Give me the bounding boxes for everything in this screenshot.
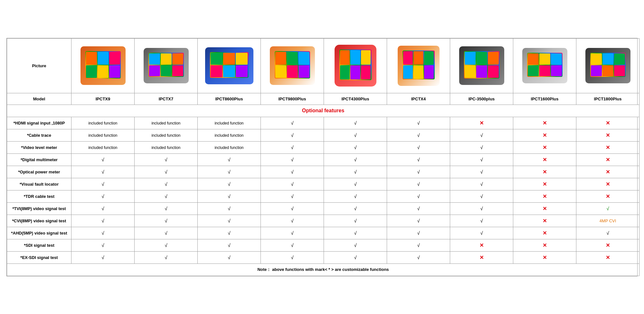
- cell-dmulti-ipct8600: √: [198, 153, 261, 166]
- tile: [149, 53, 160, 65]
- feature-label-tvi: *TVI(8MP) video signal test: [7, 202, 71, 215]
- cell-exsdi-ipct4300: √: [324, 251, 387, 263]
- model-header: Model: [7, 93, 71, 105]
- cell-value: included function: [88, 133, 117, 138]
- device-screen-ipct1800: [590, 53, 626, 77]
- cell-exsdi-ipc3500: ✕: [450, 251, 513, 263]
- cell-cable-ipctx9: included function: [71, 129, 135, 141]
- model-name-ipctx7: IPCTX7: [159, 97, 174, 101]
- cell-vfault-ipctx4: √: [387, 178, 450, 190]
- cell-value: √: [354, 120, 356, 126]
- cell-vlevel-ipctx9: included function: [71, 141, 135, 153]
- cell-hdmi-ipct1600: ✕: [513, 117, 576, 129]
- tile: [287, 65, 298, 78]
- table-row: *CVI(8MP) video signal test √ √ √ √ √ √ …: [7, 215, 639, 227]
- cell-ahd-ipct1600: ✕: [513, 227, 576, 239]
- tile: [161, 53, 172, 65]
- model-name-ipct8600: IPCT8600Plus: [215, 97, 243, 101]
- cell-sdi-ipctx9: √: [71, 239, 135, 251]
- feature-label-optical: *Optical power meter: [7, 166, 71, 178]
- cell-ahd-ipctx9: √: [71, 227, 135, 239]
- cell-hdmi-ipct1800: ✕: [576, 117, 639, 129]
- cell-tdr-ipct4300: √: [324, 190, 387, 202]
- cell-dmulti-ipctx4: √: [387, 153, 450, 166]
- feature-text: *HDMI signal input ,1080P: [14, 121, 65, 125]
- cell-optical-ipct1600: ✕: [513, 166, 576, 178]
- cell-exsdi-ipct9800: √: [261, 251, 324, 263]
- note-row: Note： above functions with mark< * > are…: [7, 263, 639, 276]
- model-name-ipctx4: IPCTX4: [411, 97, 426, 101]
- tile: [340, 50, 350, 65]
- tile: [275, 52, 286, 65]
- table-row: *HDMI signal input ,1080P included funct…: [7, 117, 639, 129]
- model-ipct4300: IPCT4300Plus: [324, 93, 387, 105]
- cell-ahd-ipct4300: √: [324, 227, 387, 239]
- cell-tdr-ipct1800: ✕: [576, 190, 639, 202]
- tile: [465, 52, 476, 65]
- cell-ahd-ipct1800: √: [576, 227, 639, 239]
- screen-inner-ipctx4: [402, 51, 435, 79]
- device-wrap-ipct4300: [325, 41, 385, 91]
- cell-optical-ipctx7: √: [135, 166, 198, 178]
- device-image-ipctx4: [398, 46, 440, 86]
- cell-value: √: [291, 120, 293, 126]
- cell-optical-ipct8600: √: [198, 166, 261, 178]
- comparison-table-wrapper: Picture: [6, 38, 638, 276]
- model-name-ipct9800: IPCT9800Plus: [279, 97, 306, 101]
- cell-cvi-ipct4300: √: [324, 215, 387, 227]
- picture-header: Picture: [7, 38, 71, 93]
- table-row: *TDR cable test √ √ √ √ √ √ √ ✕ ✕: [7, 190, 639, 202]
- cell-value: included function: [88, 121, 117, 125]
- optional-features-cell: Optional features: [7, 105, 639, 117]
- picture-label: Picture: [32, 63, 46, 68]
- cell-tvi-ipctx7: √: [135, 202, 198, 215]
- screen-inner-ipct9800: [275, 51, 310, 78]
- feature-text: *TVI(8MP) video signal test: [12, 206, 66, 211]
- tile: [223, 53, 235, 65]
- feature-text: *Cable trace: [27, 133, 51, 138]
- feature-text: *AHD(5MP) video signal test: [11, 231, 67, 236]
- device-screen-ipctx7: [148, 53, 184, 77]
- cell-exsdi-ipct8600: √: [198, 251, 261, 263]
- cell-exsdi-ipctx7: √: [135, 251, 198, 263]
- feature-label-exsdi: *EX-SDI signal test: [7, 251, 71, 263]
- tile: [350, 50, 360, 65]
- tile: [403, 51, 413, 65]
- model-name-ipctx9: IPCTX9: [96, 97, 110, 101]
- device-screen-ipct1600: [527, 53, 563, 77]
- tile: [591, 65, 602, 77]
- note-cell: Note： above functions with mark< * > are…: [7, 263, 639, 276]
- cell-value: included function: [151, 133, 180, 138]
- table-row: *EX-SDI signal test √ √ √ √ √ √ ✕ ✕ ✕: [7, 251, 639, 263]
- cell-vlevel-ipct9800: √: [261, 141, 324, 153]
- cell-value: √: [417, 120, 420, 126]
- tile: [539, 65, 550, 77]
- model-name-ipct1800: IPCT1800Plus: [594, 97, 622, 101]
- cell-vlevel-ipct8600: included function: [198, 141, 261, 153]
- cell-tvi-ipctx4: √: [387, 202, 450, 215]
- cell-vfault-ipct9800: √: [261, 178, 324, 190]
- table-row: *Visual fault locator √ √ √ √ √ √ √ ✕ ✕: [7, 178, 639, 190]
- device-image-ipctx7: [144, 48, 189, 83]
- cell-tvi-ipctx9: √: [71, 202, 135, 215]
- optional-features-row: Optional features: [7, 105, 639, 117]
- tile: [614, 65, 625, 77]
- cell-cvi-ipct9800: √: [261, 215, 324, 227]
- cell-hdmi-ipctx4: √: [387, 117, 450, 129]
- tile: [602, 53, 613, 65]
- tile: [149, 65, 160, 77]
- cell-cable-ipctx7: included function: [135, 129, 198, 141]
- feature-label-tdr: *TDR cable test: [7, 190, 71, 202]
- cell-vfault-ipct1600: ✕: [513, 178, 576, 190]
- device-cell-ipctx9: [71, 38, 135, 93]
- cell-tvi-ipct8600: √: [198, 202, 261, 215]
- feature-text: *SDI signal test: [24, 243, 54, 248]
- device-wrap-ipct8600: [199, 41, 259, 91]
- tile: [476, 65, 487, 78]
- tile: [551, 53, 562, 65]
- cell-value: √: [354, 133, 356, 138]
- device-screen-ipct4300: [339, 50, 372, 80]
- cell-vlevel-ipc3500: √: [450, 141, 513, 153]
- cell-hdmi-ipc3500: ✕: [450, 117, 513, 129]
- device-cell-ipct1600: [513, 38, 576, 93]
